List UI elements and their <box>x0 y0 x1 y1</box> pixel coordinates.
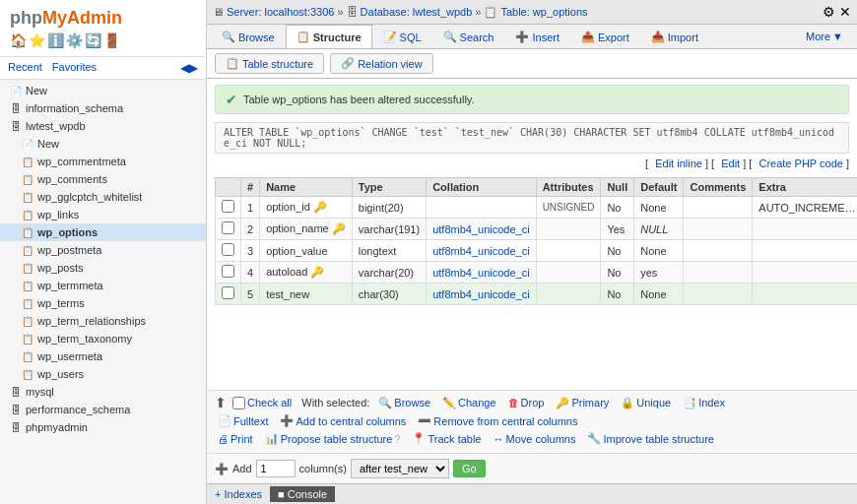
sidebar-item-wp-links[interactable]: 📋 wp_links <box>0 206 206 223</box>
table-label[interactable]: Table: wp_options <box>500 6 587 18</box>
create-php-link[interactable]: Create PHP code <box>758 158 842 169</box>
remove-central-button[interactable]: ➖ Remove from central columns <box>415 413 580 428</box>
sidebar-item-wp-termmeta[interactable]: 📋 wp_termmeta <box>0 277 206 294</box>
sidebar-item-new-top[interactable]: 📄 New <box>0 82 206 99</box>
sidebar-tree: 📄 New 🗄 information_schema 🗄 lwtest_wpdb… <box>0 80 206 504</box>
recent-link[interactable]: Recent <box>8 61 42 75</box>
sidebar-item-new-sub[interactable]: 📄 New <box>0 135 206 153</box>
sidebar-item-wp-term-taxonomy[interactable]: 📋 wp_term_taxonomy <box>0 330 206 347</box>
sidebar-item-label: wp_posts <box>37 262 83 274</box>
tab-label: Export <box>598 32 629 43</box>
row-checkbox-4[interactable] <box>222 265 234 278</box>
improve-button[interactable]: 🔧 Improve table structure <box>584 431 717 446</box>
row-checkbox-1[interactable] <box>222 200 234 213</box>
fulltext-button[interactable]: 📄 Fulltext <box>215 413 271 428</box>
cell-name: autoload 🔑 <box>260 262 353 284</box>
sidebar-item-label: performance_schema <box>26 404 130 415</box>
sidebar-item-wp-users[interactable]: 📋 wp_users <box>0 365 206 383</box>
sidebar-item-phpmyadmin[interactable]: 🗄 phpmyadmin <box>0 418 206 436</box>
table-icon: 📋 <box>20 260 35 276</box>
primary-button[interactable]: 🔑 Primary <box>553 396 612 410</box>
move-columns-button[interactable]: ↔ Move columns <box>491 432 579 446</box>
tab-structure[interactable]: 📋 Structure <box>286 25 372 48</box>
tab-import[interactable]: 📥 Import <box>640 25 709 48</box>
subtab-table-structure[interactable]: 📋 Table structure <box>215 53 324 74</box>
refresh-icon[interactable]: 🔄 <box>85 32 101 48</box>
print-button[interactable]: 🖨 Print <box>215 432 256 446</box>
columns-label: column(s) <box>299 463 347 474</box>
sidebar-item-wp-commentmeta[interactable]: 📋 wp_commentmeta <box>0 153 206 170</box>
sidebar-item-wp-posts[interactable]: 📋 wp_posts <box>0 259 206 277</box>
btn-label: Drop <box>521 397 545 409</box>
unique-button[interactable]: 🔒 Unique <box>618 396 674 410</box>
cell-comments <box>684 197 753 219</box>
favorites-link[interactable]: Favorites <box>52 61 97 75</box>
server-label[interactable]: Server: localhost:3306 <box>227 6 334 18</box>
bracket-sep2: ] [ <box>743 158 755 169</box>
table-icon: 📋 <box>20 278 35 293</box>
sidebar-item-wp-postmeta[interactable]: 📋 wp_postmeta <box>0 241 206 259</box>
db-icon: 🗄 <box>347 6 358 18</box>
row-checkbox-5[interactable] <box>222 286 234 299</box>
exit-icon[interactable]: 🚪 <box>103 32 120 48</box>
more-button[interactable]: More ▼ <box>796 26 853 47</box>
sql-code-text: ALTER TABLE `wp_options` CHANGE `test` `… <box>224 127 834 149</box>
column-count-input[interactable] <box>256 460 296 477</box>
btn-label: Print <box>231 433 253 445</box>
cell-null: Yes <box>601 219 634 240</box>
drop-button[interactable]: 🗑 Drop <box>505 396 548 410</box>
browse-icon: 🔍 <box>222 31 235 43</box>
sidebar-item-wp-options[interactable]: 📋 wp_options <box>0 223 206 241</box>
sidebar-item-wp-terms[interactable]: 📋 wp_terms <box>0 294 206 312</box>
tab-export[interactable]: 📤 Export <box>570 25 640 48</box>
tab-sql[interactable]: 📝 SQL <box>372 25 432 48</box>
sidebar-item-wp-term-relationships[interactable]: 📋 wp_term_relationships <box>0 312 206 330</box>
edit-link[interactable]: Edit <box>721 158 740 169</box>
tab-insert[interactable]: ➕ Insert <box>504 25 570 48</box>
col-comments: Comments <box>684 178 753 197</box>
subtab-relation-view[interactable]: 🔗 Relation view <box>330 53 432 74</box>
home-icon[interactable]: 🏠 <box>10 32 27 48</box>
sidebar-item-information-schema[interactable]: 🗄 information_schema <box>0 99 206 117</box>
btn-label: Primary <box>571 397 609 409</box>
tab-search[interactable]: 🔍 Search <box>432 25 505 48</box>
row-checkbox-3[interactable] <box>222 243 234 256</box>
tab-label: Import <box>668 32 698 43</box>
close-button[interactable]: ✕ <box>839 4 851 20</box>
tab-browse[interactable]: 🔍 Browse <box>211 25 286 48</box>
add-central-button[interactable]: ➕ Add to central columns <box>277 413 409 428</box>
star-icon[interactable]: ⭐ <box>29 32 45 48</box>
btn-label: Change <box>458 397 496 409</box>
index-button[interactable]: 📑 Index <box>680 396 728 410</box>
browse-selected-button[interactable]: 🔍 Browse <box>375 396 433 410</box>
sidebar-item-wp-usermeta[interactable]: 📋 wp_usermeta <box>0 347 206 365</box>
sidebar: phpMyAdmin 🏠 ⭐ ℹ️ ⚙️ 🔄 🚪 Recent Favorite… <box>0 0 207 504</box>
change-button[interactable]: ✏️ Change <box>439 396 499 410</box>
sidebar-item-lwtest-wpdb[interactable]: 🗄 lwtest_wpdb <box>0 117 206 135</box>
sidebar-item-mysql[interactable]: 🗄 mysql <box>0 383 206 401</box>
settings-gear-button[interactable]: ⚙ <box>823 4 835 20</box>
edit-inline-link[interactable]: Edit inline <box>655 158 702 169</box>
console-tab[interactable]: ■ Console <box>270 486 335 502</box>
row-checkbox-2[interactable] <box>222 221 234 234</box>
sidebar-item-wp-gglcptch[interactable]: 📋 wp_gglcptch_whitelist <box>0 188 206 206</box>
sidebar-item-wp-comments[interactable]: 📋 wp_comments <box>0 170 206 188</box>
info-icon[interactable]: ℹ️ <box>47 32 64 48</box>
check-all-label[interactable]: Check all <box>247 397 292 409</box>
go-button[interactable]: Go <box>453 460 486 477</box>
recent-favorites-bar: Recent Favorites ◀▶ <box>0 57 206 80</box>
propose-button[interactable]: 📊 Propose table structure ? <box>262 431 404 446</box>
col-default: Default <box>634 178 684 197</box>
database-label[interactable]: Database: lwtest_wpdb <box>361 6 473 18</box>
sidebar-toggle[interactable]: ◀▶ <box>180 61 198 75</box>
table-icon: 📋 <box>20 295 35 311</box>
sidebar-item-performance-schema[interactable]: 🗄 performance_schema <box>0 401 206 418</box>
indexes-link[interactable]: + Indexes <box>215 488 262 500</box>
topbar: 🖥 Server: localhost:3306 » 🗄 Database: l… <box>207 0 857 25</box>
settings-icon[interactable]: ⚙️ <box>66 32 83 48</box>
more-label: More <box>806 31 830 42</box>
track-table-button[interactable]: 📍 Track table <box>409 431 484 446</box>
after-column-select[interactable]: after test_new at beginning at end <box>351 459 449 478</box>
check-all-checkbox[interactable] <box>232 397 245 410</box>
table-icon: 📋 <box>20 189 35 205</box>
